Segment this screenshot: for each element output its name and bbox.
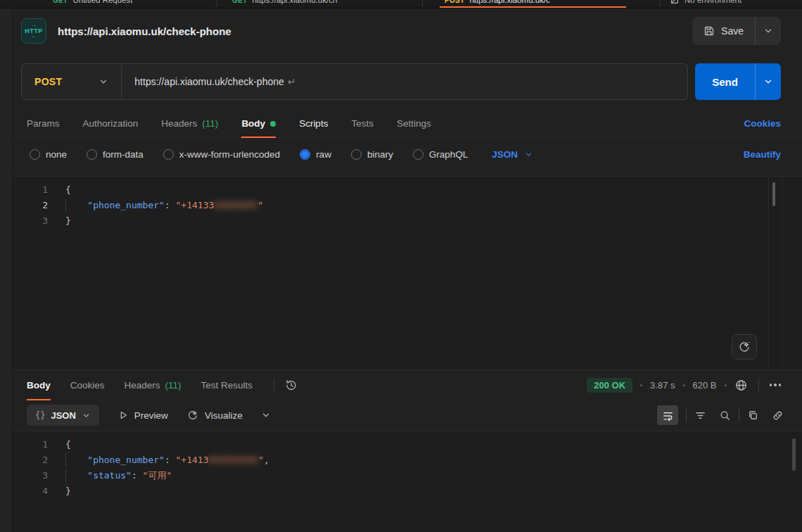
- chevron-down-icon: [763, 26, 773, 36]
- editor-gutter-line: [782, 177, 782, 369]
- filter-button[interactable]: [694, 410, 706, 422]
- radio-label: form-data: [103, 149, 144, 160]
- braces-glyph: {}: [35, 410, 45, 420]
- tab-label: Headers: [125, 380, 160, 391]
- line-number: 3: [13, 468, 48, 483]
- tab-scripts[interactable]: Scripts: [299, 110, 328, 137]
- chevron-down-icon: [763, 77, 773, 87]
- radio-circle-selected: [300, 149, 310, 160]
- code-line[interactable]: 2 "phone_number": "+141300000000",: [13, 452, 802, 468]
- redacted-text: 0000000: [214, 200, 257, 210]
- line-number: 4: [13, 483, 48, 499]
- code-line[interactable]: 4}: [13, 483, 802, 499]
- send-options-button[interactable]: [756, 63, 781, 100]
- radio-circle: [30, 149, 40, 160]
- word-wrap-button[interactable]: [657, 405, 678, 425]
- tab-label: Scripts: [299, 118, 328, 129]
- tab-body[interactable]: Body: [241, 110, 276, 137]
- request-header: → HTTP ← https://api.xiaomu.uk/check-pho…: [13, 8, 802, 53]
- tab-settings[interactable]: Settings: [397, 110, 431, 137]
- send-button[interactable]: Send: [695, 63, 755, 100]
- response-toolbar: {} JSON Preview Visualize: [13, 400, 802, 431]
- tab-tests[interactable]: Tests: [351, 110, 374, 137]
- url-input[interactable]: https://api.xiaomu.uk/check-phone↵: [122, 76, 308, 87]
- response-tab-cookies[interactable]: Cookies: [70, 370, 105, 400]
- postbot-button[interactable]: [732, 334, 757, 360]
- tab-label: Headers: [161, 118, 197, 129]
- line-number: 1: [13, 437, 48, 452]
- tab-params[interactable]: Params: [27, 110, 60, 137]
- response-scrollbar[interactable]: [792, 438, 796, 471]
- divider: [686, 409, 687, 422]
- code-token: :: [165, 200, 176, 210]
- dot-separator: [725, 384, 727, 386]
- tab-label: Authorization: [83, 118, 139, 129]
- save-floppy-icon: [704, 25, 715, 37]
- radio-raw[interactable]: raw: [300, 149, 331, 160]
- search-button[interactable]: [719, 410, 731, 422]
- radio-label: x-www-form-urlencoded: [179, 149, 280, 160]
- save-button[interactable]: Save: [692, 17, 755, 45]
- tab-label: Body: [241, 118, 265, 129]
- line-number: 2: [13, 452, 48, 468]
- code-line[interactable]: 1{: [13, 182, 802, 198]
- response-tab-test-results[interactable]: Test Results: [201, 370, 253, 400]
- editor-scrollbar[interactable]: [772, 182, 775, 206]
- code-token: ": [258, 455, 264, 465]
- send-split-button: Send: [695, 63, 781, 100]
- raw-format-dropdown[interactable]: JSON: [492, 149, 533, 160]
- method-dropdown[interactable]: POST: [22, 64, 121, 99]
- visualize-button[interactable]: Visualize: [186, 409, 243, 422]
- radio-binary[interactable]: binary: [351, 149, 393, 160]
- radio-graphql[interactable]: GraphQL: [413, 149, 469, 160]
- code-line[interactable]: 3 "status": "可用": [13, 468, 802, 483]
- sidebar-edge: [0, 8, 13, 532]
- tab-label: Body: [27, 380, 51, 391]
- response-tab-body[interactable]: Body: [27, 370, 51, 400]
- code-text: "phone_number": "+141300000000",: [65, 455, 269, 465]
- save-options-button[interactable]: [756, 17, 781, 45]
- status-badge[interactable]: 200 OK: [587, 378, 632, 393]
- indent-guide: [65, 469, 66, 482]
- environment-selector[interactable]: No environment: [670, 0, 741, 8]
- workspace-tab-2[interactable]: GEThttps://api.xiaomu.uk/ch: [232, 0, 337, 8]
- link-button[interactable]: [772, 410, 784, 422]
- code-line[interactable]: 1{: [13, 437, 802, 452]
- visualize-options-button[interactable]: [261, 410, 271, 420]
- method-badge: POST: [445, 0, 464, 4]
- response-tab-headers[interactable]: Headers(11): [125, 370, 182, 400]
- code-line[interactable]: 2 "phone_number": "+141330000000": [13, 198, 802, 213]
- code-text: {: [65, 439, 71, 450]
- tab-headers[interactable]: Headers(11): [161, 110, 218, 137]
- copy-button[interactable]: [747, 410, 759, 422]
- response-time[interactable]: 3.87 s: [650, 380, 675, 391]
- tab-label: Params: [27, 118, 60, 129]
- request-body-editor[interactable]: 1{2 "phone_number": "+141330000000"3}: [13, 176, 802, 370]
- more-options-button[interactable]: [770, 384, 782, 386]
- tab-authorization[interactable]: Authorization: [83, 110, 139, 137]
- sparkle-wand-icon: [186, 409, 199, 422]
- code-text: {: [65, 184, 71, 195]
- cookies-link[interactable]: Cookies: [744, 118, 781, 129]
- response-history-button[interactable]: [284, 379, 298, 392]
- code-text: }: [65, 215, 71, 226]
- code-line[interactable]: 3}: [13, 213, 802, 229]
- arrow-left-glyph: ←: [31, 34, 37, 39]
- radio-none[interactable]: none: [30, 149, 67, 160]
- response-format-dropdown[interactable]: {} JSON: [27, 405, 99, 426]
- line-number: 3: [13, 213, 48, 229]
- workspace-tab-1[interactable]: GETUntitled Request: [53, 0, 133, 8]
- environment-label: No environment: [685, 0, 741, 8]
- radio-x-www-form-urlencoded[interactable]: x-www-form-urlencoded: [163, 149, 280, 160]
- dot-separator: [640, 384, 642, 386]
- network-info-button[interactable]: [734, 379, 748, 392]
- radio-form-data[interactable]: form-data: [87, 149, 144, 160]
- request-tab-bar: Params Authorization Headers(11) Body Sc…: [13, 110, 802, 138]
- environment-icon: [670, 0, 680, 5]
- response-size[interactable]: 620 B: [693, 380, 717, 391]
- response-body-editor[interactable]: 1{2 "phone_number": "+141300000000",3 "s…: [13, 431, 802, 532]
- visualize-label: Visualize: [205, 410, 243, 421]
- preview-button[interactable]: Preview: [117, 410, 168, 421]
- word-wrap-icon: [662, 410, 674, 422]
- beautify-link[interactable]: Beautify: [744, 149, 781, 160]
